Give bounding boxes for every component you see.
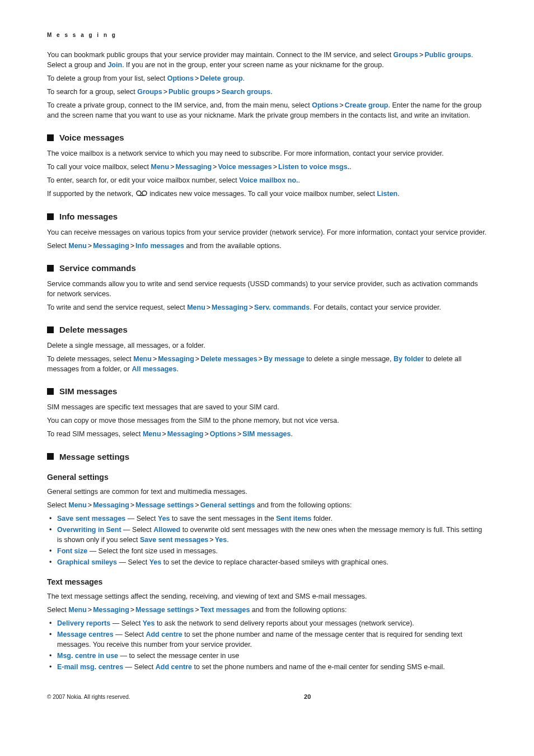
heading-delete-messages: Delete messages [47,324,487,336]
body-text: To call your voice mailbox, select Menu>… [47,162,487,172]
body-text: You can receive messages on various topi… [47,227,487,237]
link-groups[interactable]: Groups [394,51,418,59]
body-text: The text message settings affect the sen… [47,591,487,601]
link-listen-to-voice-msgs[interactable]: Listen to voice msgs. [278,163,349,171]
link-menu[interactable]: Menu [151,163,170,171]
link-messaging[interactable]: Messaging [212,304,248,311]
svg-point-1 [142,191,147,195]
link-info-messages[interactable]: Info messages [135,242,184,250]
value-allowed: Allowed [153,526,180,534]
link-message-settings[interactable]: Message settings [135,606,194,614]
link-messaging[interactable]: Messaging [175,163,212,171]
body-text: You can copy or move those messages from… [47,416,487,426]
list-item: Message centres — Select Add centre to s… [47,629,487,650]
link-sim-messages[interactable]: SIM messages [242,430,291,438]
link-add-centre: Add centre [146,631,182,638]
heading-voice-messages: Voice messages [47,132,487,144]
list-item: Font size — Select the font size used in… [47,546,487,556]
link-public-groups[interactable]: Public groups [424,51,471,59]
link-messaging[interactable]: Messaging [93,606,129,614]
body-text: To delete messages, select Menu>Messagin… [47,354,487,374]
link-menu[interactable]: Menu [68,606,87,614]
link-text-messages[interactable]: Text messages [200,606,250,614]
option-font-size: Font size [57,547,87,555]
list-item: Msg. centre in use — to select the messa… [47,651,487,661]
link-by-folder[interactable]: By folder [394,355,424,363]
link-delete-group[interactable]: Delete group [200,74,242,82]
body-text: To write and send the service request, s… [47,302,487,312]
page-number: 20 [132,693,311,702]
link-create-group[interactable]: Create group [345,101,388,109]
body-text: Service commands allow you to write and … [47,279,487,299]
body-text: General settings are common for text and… [47,487,487,497]
list-item: E-mail msg. centres — Select Add centre … [47,662,487,672]
list-item: Delivery reports — Select Yes to ask the… [47,618,487,628]
body-text: Delete a single message, all messages, o… [47,340,487,351]
body-text: SIM messages are specific text messages … [47,402,487,412]
body-text: The voice mailbox is a network service t… [47,148,487,158]
link-all-messages[interactable]: All messages [132,365,176,373]
body-text: You can bookmark public groups that your… [47,50,487,70]
value-yes: Yes [143,619,155,627]
link-messaging[interactable]: Messaging [93,501,129,509]
link-by-message[interactable]: By message [264,355,305,363]
value-yes: Yes [215,536,227,544]
copyright-text: © 2007 Nokia. All rights reserved. [47,694,130,700]
link-add-centre: Add centre [156,663,192,671]
value-yes: Yes [158,515,170,522]
link-join[interactable]: Join [107,61,122,69]
subheading-general-settings: General settings [47,472,487,483]
link-messaging[interactable]: Messaging [93,242,129,250]
link-message-settings[interactable]: Message settings [135,501,194,509]
folder-sent-items: Sent items [276,515,311,522]
value-yes: Yes [149,558,162,566]
link-voice-messages[interactable]: Voice messages [218,163,271,171]
link-menu[interactable]: Menu [68,501,87,509]
heading-info-messages: Info messages [47,211,487,223]
option-graphical-smileys: Graphical smileys [57,558,117,566]
link-public-groups[interactable]: Public groups [168,88,215,96]
voicemail-icon [136,189,147,199]
svg-point-0 [137,191,141,195]
list-item: Overwriting in Sent — Select Allowed to … [47,525,487,545]
link-serv-commands[interactable]: Serv. commands [254,304,310,311]
link-options[interactable]: Options [167,74,194,82]
body-text: To enter, search for, or edit your voice… [47,175,487,185]
option-message-centres: Message centres [57,631,114,638]
heading-message-settings: Message settings [47,451,487,463]
link-menu[interactable]: Menu [187,304,205,311]
option-save-sent-messages: Save sent messages [57,515,125,522]
link-options[interactable]: Options [312,101,338,109]
body-text: Select Menu>Messaging>Message settings>G… [47,500,487,510]
general-settings-list: Save sent messages — Select Yes to save … [47,514,487,568]
link-options[interactable]: Options [210,430,236,438]
option-msg-centre-in-use: Msg. centre in use [57,652,118,660]
link-menu[interactable]: Menu [68,242,87,250]
list-item: Graphical smileys — Select Yes to set th… [47,557,487,567]
option-delivery-reports: Delivery reports [57,619,110,627]
link-groups[interactable]: Groups [137,88,162,96]
option-save-sent-messages: Save sent messages [140,536,208,544]
link-menu[interactable]: Menu [133,355,152,363]
list-item: Save sent messages — Select Yes to save … [47,514,487,524]
link-search-groups[interactable]: Search groups [222,88,271,96]
link-general-settings[interactable]: General settings [200,501,255,509]
link-messaging[interactable]: Messaging [167,430,204,438]
link-delete-messages[interactable]: Delete messages [200,355,257,363]
page-footer: © 2007 Nokia. All rights reserved. 20 [47,693,487,702]
link-listen[interactable]: Listen [377,190,397,198]
body-text: To delete a group from your list, select… [47,73,487,83]
body-text: To create a private group, connect to th… [47,100,487,120]
body-text: If supported by the network, indicates n… [47,189,487,199]
option-overwriting-in-sent: Overwriting in Sent [57,526,121,534]
body-text: To search for a group, select Groups>Pub… [47,87,487,97]
text-messages-list: Delivery reports — Select Yes to ask the… [47,618,487,673]
body-text: Select Menu>Messaging>Info messages and … [47,241,487,251]
heading-sim-messages: SIM messages [47,385,487,398]
link-menu[interactable]: Menu [143,430,161,438]
body-text: To read SIM messages, select Menu>Messag… [47,429,487,439]
link-messaging[interactable]: Messaging [158,355,194,363]
body-text: Select Menu>Messaging>Message settings>T… [47,605,487,615]
option-email-msg-centres: E-mail msg. centres [57,663,123,671]
link-voice-mailbox-no[interactable]: Voice mailbox no. [239,176,298,184]
